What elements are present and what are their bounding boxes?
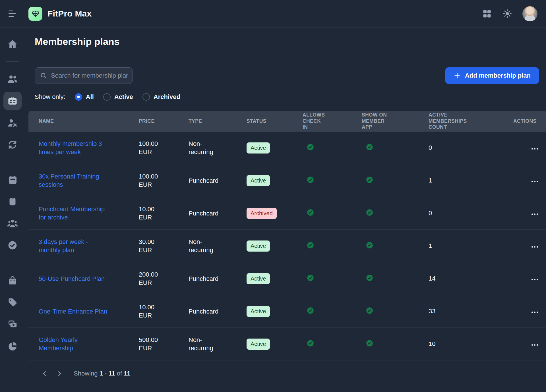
heart-pulse-logo bbox=[28, 7, 42, 21]
check-in-allowed-icon bbox=[307, 339, 314, 347]
sidebar-item-attendance[interactable] bbox=[3, 236, 22, 254]
search-input[interactable] bbox=[51, 72, 128, 79]
show-on-app-icon bbox=[366, 176, 373, 184]
plan-price: 30.00 EUR bbox=[139, 238, 166, 254]
sidebar-item-shop[interactable] bbox=[3, 271, 22, 289]
status-badge: Archived bbox=[247, 208, 277, 219]
pie-chart-icon bbox=[7, 341, 18, 351]
check-circle-icon bbox=[7, 240, 18, 250]
plan-type: Non-recurring bbox=[189, 238, 224, 254]
plan-price: 100.00 EUR bbox=[139, 172, 166, 189]
plan-price: 500.00 EUR bbox=[139, 336, 166, 352]
column-header-price: PRICE bbox=[129, 118, 178, 125]
check-in-allowed-icon bbox=[307, 143, 314, 151]
filter-radio-label: Archived bbox=[154, 93, 180, 101]
sync-icon bbox=[7, 139, 18, 150]
next-page-icon[interactable] bbox=[54, 368, 65, 379]
plan-name-link[interactable]: 50-Use Punchcard Plan bbox=[39, 275, 105, 283]
plan-price: 100.00 EUR bbox=[139, 140, 166, 156]
row-actions-button[interactable] bbox=[529, 179, 540, 184]
plan-type: Non-recurring bbox=[189, 336, 224, 352]
sidebar-divider bbox=[6, 61, 19, 62]
table-row: Golden Yearly Membership 500.00 EUR Non-… bbox=[28, 328, 546, 360]
sidebar-item-user-settings[interactable] bbox=[3, 114, 22, 132]
filter-radio-archived[interactable]: Archived bbox=[142, 93, 180, 101]
add-membership-plan-button[interactable]: Add membership plan bbox=[445, 67, 539, 84]
plan-name-link[interactable]: 3 days per week - monthly plan bbox=[39, 238, 111, 254]
show-on-app-icon bbox=[366, 209, 373, 216]
user-gear-icon bbox=[7, 117, 18, 128]
users-icon bbox=[7, 74, 18, 84]
user-avatar[interactable] bbox=[522, 6, 537, 21]
plan-type: Punchcard bbox=[189, 307, 218, 316]
pagination: Showing 1 - 11 of 11 bbox=[26, 360, 546, 379]
active-memberships-count: 33 bbox=[429, 308, 435, 315]
active-memberships-count: 1 bbox=[429, 242, 432, 249]
sidebar-item-groups[interactable] bbox=[3, 214, 22, 233]
check-in-allowed-icon bbox=[307, 176, 314, 184]
column-header-active-memberships-count: ACTIVE MEMBERSHIPS COUNT bbox=[418, 112, 503, 131]
page-title: Membership plans bbox=[35, 36, 539, 47]
filter-radio-all[interactable]: All bbox=[75, 93, 94, 101]
radio-selected-icon[interactable] bbox=[75, 93, 82, 101]
clipboard-icon bbox=[8, 197, 17, 206]
sidebar-item-membership-plans[interactable] bbox=[3, 92, 22, 110]
radio-unselected-icon[interactable] bbox=[142, 93, 150, 101]
hamburger-menu-icon[interactable] bbox=[9, 8, 20, 19]
filter-radio-label: Active bbox=[114, 93, 133, 101]
plan-name-link[interactable]: Golden Yearly Membership bbox=[39, 336, 111, 352]
sidebar-item-home[interactable] bbox=[3, 35, 22, 53]
show-on-app-icon bbox=[366, 143, 373, 151]
table-body: Monthly membership 3 times per week 100.… bbox=[28, 132, 546, 360]
plan-price: 10.00 EUR bbox=[139, 205, 166, 221]
active-memberships-count: 0 bbox=[429, 210, 432, 217]
show-on-app-icon bbox=[366, 274, 373, 282]
sidebar-item-reports[interactable] bbox=[3, 337, 22, 355]
filter-radio-label: All bbox=[86, 93, 94, 101]
search-icon bbox=[40, 72, 47, 79]
plan-type: Punchcard bbox=[189, 177, 218, 185]
calendar-icon bbox=[7, 175, 18, 185]
plan-name-link[interactable]: One-Time Entrance Plan bbox=[39, 307, 107, 316]
brand: FitPro Max bbox=[28, 7, 92, 21]
table-row: 3 days per week - monthly plan 30.00 EUR… bbox=[28, 230, 546, 262]
sidebar-divider bbox=[6, 263, 19, 263]
pagination-status: Showing 1 - 11 of 11 bbox=[74, 370, 130, 377]
column-header-status: STATUS bbox=[236, 118, 292, 125]
grid-apps-icon[interactable] bbox=[482, 9, 492, 19]
row-actions-button[interactable] bbox=[529, 211, 540, 217]
membership-plans-table: NAMEPRICETYPESTATUSALLOWS CHECK INSHOW O… bbox=[28, 111, 546, 360]
filter-radio-active[interactable]: Active bbox=[103, 93, 133, 101]
row-actions-button[interactable] bbox=[529, 277, 540, 283]
plan-type: Punchcard bbox=[189, 275, 218, 283]
sidebar-item-members[interactable] bbox=[3, 70, 22, 88]
row-actions-button[interactable] bbox=[529, 244, 540, 250]
show-on-app-icon bbox=[366, 307, 373, 314]
sidebar-item-calendar[interactable] bbox=[3, 171, 22, 189]
plan-name-link[interactable]: Punchcard Membership for archive bbox=[39, 205, 111, 221]
sidebar-item-clipboard[interactable] bbox=[3, 192, 22, 211]
row-actions-button[interactable] bbox=[529, 309, 540, 315]
plan-price: 200.00 EUR bbox=[139, 270, 166, 287]
plan-name-link[interactable]: Monthly membership 3 times per week bbox=[39, 140, 111, 156]
table-row: 30x Personal Training sessions 100.00 EU… bbox=[28, 164, 546, 197]
tag-icon bbox=[7, 297, 18, 307]
row-actions-button[interactable] bbox=[529, 146, 540, 152]
sun-icon[interactable] bbox=[502, 9, 512, 18]
status-badge: Active bbox=[247, 306, 270, 317]
sidebar-item-payments[interactable] bbox=[3, 315, 22, 333]
column-header-actions: ACTIONS bbox=[503, 118, 546, 125]
home-icon bbox=[7, 39, 18, 49]
plan-type: Non-recurring bbox=[189, 140, 224, 156]
plan-type: Punchcard bbox=[189, 209, 218, 217]
radio-unselected-icon[interactable] bbox=[103, 93, 111, 101]
top-header: FitPro Max bbox=[0, 0, 546, 28]
sidebar-item-recurring[interactable] bbox=[3, 136, 22, 154]
row-actions-button[interactable] bbox=[529, 342, 540, 348]
column-header-name: NAME bbox=[28, 118, 129, 125]
sidebar-item-products[interactable] bbox=[3, 293, 22, 311]
plan-name-link[interactable]: 30x Personal Training sessions bbox=[39, 172, 111, 189]
column-header-show-on-member-app: SHOW ON MEMBER APP bbox=[351, 112, 418, 131]
table-row: Punchcard Membership for archive 10.00 E… bbox=[28, 197, 546, 230]
prev-page-icon[interactable] bbox=[40, 368, 50, 379]
